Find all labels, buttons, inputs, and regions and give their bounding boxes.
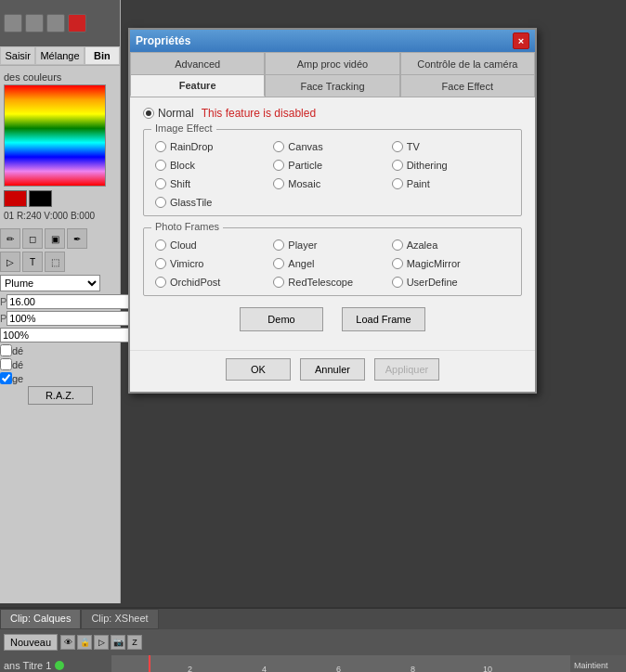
timeline-tab-xsheet[interactable]: Clip: XSheet xyxy=(81,609,158,629)
particle-radio-circle xyxy=(273,160,284,171)
tab-row-2: Feature Face Tracking Face Effect xyxy=(130,74,535,97)
sidebar-tab-bin[interactable]: Bin xyxy=(85,46,120,65)
disabled-feature-text: This feature is disabled xyxy=(202,107,316,120)
radio-dithering[interactable]: Dithering xyxy=(392,160,510,171)
layer-controls: ans Titre 1 xyxy=(0,660,111,671)
radio-shift[interactable]: Shift xyxy=(155,178,273,189)
radio-glasstile[interactable]: GlassTile xyxy=(155,197,273,208)
userdefine-label: UserDefine xyxy=(407,277,458,288)
tool-fill[interactable]: ▣ xyxy=(45,228,65,249)
tab-advanced[interactable]: Advanced xyxy=(130,52,265,74)
tl-icon-camera[interactable]: 📷 xyxy=(111,635,125,650)
sidebar-tab-saisir[interactable]: Saisir xyxy=(0,46,35,65)
dialog-tabs: Advanced Amp proc vidéo Contrôle de la c… xyxy=(130,52,535,97)
layer-active-indicator xyxy=(55,661,64,670)
raz-button[interactable]: R.A.Z. xyxy=(28,386,93,405)
demo-row: Demo Load Frame xyxy=(143,307,522,331)
tl-icon-lock[interactable]: 🔒 xyxy=(77,635,92,650)
radio-canvas[interactable]: Canvas xyxy=(273,141,391,152)
radio-angel[interactable]: Angel xyxy=(273,258,391,269)
dialog-titlebar: Propriétés × xyxy=(130,30,535,52)
tab-amp-proc[interactable]: Amp proc vidéo xyxy=(265,52,399,74)
radio-tv[interactable]: TV xyxy=(392,141,510,152)
tool-row-1: ✏ ◻ ▣ ✒ xyxy=(0,228,120,249)
tool-icon-3[interactable] xyxy=(46,14,65,32)
load-frame-button[interactable]: Load Frame xyxy=(342,307,425,331)
sidebar: Saisir Mélange Bin des couleurs 01 R:240… xyxy=(0,0,121,603)
tool-select[interactable]: ⬚ xyxy=(45,252,65,272)
demo-button[interactable]: Demo xyxy=(240,307,323,331)
radio-particle[interactable]: Particle xyxy=(273,160,391,171)
tl-icon-play[interactable]: ▷ xyxy=(94,635,109,650)
glasstile-radio-circle xyxy=(155,197,166,208)
radio-raindrop[interactable]: RainDrop xyxy=(155,141,273,152)
magicmirror-radio-circle xyxy=(392,258,403,269)
param-input-1[interactable] xyxy=(7,294,140,309)
tool-eraser[interactable]: ◻ xyxy=(22,228,43,249)
tool-pen[interactable]: ✒ xyxy=(67,228,87,249)
tool-icon-red[interactable] xyxy=(68,14,86,32)
radio-player[interactable]: Player xyxy=(273,239,391,251)
orchidpost-radio-circle xyxy=(155,277,166,288)
tool-row-2: ▷ T ⬚ xyxy=(0,252,120,272)
raindrop-radio-circle xyxy=(155,141,166,152)
tl-icon-eye[interactable]: 👁 xyxy=(60,635,75,650)
nouveau-button[interactable]: Nouveau xyxy=(4,634,58,651)
radio-paint[interactable]: Paint xyxy=(392,178,510,189)
option-checkbox-2[interactable] xyxy=(0,358,12,370)
radio-azalea[interactable]: Azalea xyxy=(392,239,510,251)
normal-radio-label[interactable]: Normal xyxy=(143,107,194,120)
mosaic-label: Mosaic xyxy=(288,178,320,189)
ruler-mark-2: 2 xyxy=(188,665,192,672)
timeline-tab-calques[interactable]: Clip: Calques xyxy=(0,609,81,629)
dialog-body: Normal This feature is disabled Image Ef… xyxy=(130,97,535,350)
radio-userdefine[interactable]: UserDefine xyxy=(392,277,510,288)
param-row-2: P ▶ xyxy=(0,311,120,326)
dialog-close-button[interactable]: × xyxy=(513,32,529,49)
option-checkbox-3[interactable] xyxy=(0,372,12,384)
radio-block[interactable]: Block xyxy=(155,160,273,171)
radio-magicmirror[interactable]: MagicMirror xyxy=(392,258,510,269)
vimicro-label: Vimicro xyxy=(170,258,203,269)
tool-text[interactable]: T xyxy=(22,252,43,272)
color-swatch-black[interactable] xyxy=(29,190,52,207)
radio-mosaic[interactable]: Mosaic xyxy=(273,178,391,189)
brush-select[interactable]: Plume xyxy=(0,275,100,291)
angel-radio-circle xyxy=(273,258,284,269)
color-palette[interactable] xyxy=(4,84,106,187)
sidebar-toolbar xyxy=(0,0,120,46)
ok-button[interactable]: OK xyxy=(226,358,291,381)
ruler-mark-8: 8 xyxy=(411,665,415,672)
tab-face-effect[interactable]: Face Effect xyxy=(400,74,535,97)
param-input-3[interactable] xyxy=(0,328,134,342)
tab-controle[interactable]: Contrôle de la caméra xyxy=(400,52,535,74)
timeline-icons: 👁 🔒 ▷ 📷 Z xyxy=(60,635,142,650)
dialog-title: Propriétés xyxy=(136,34,190,47)
radio-vimicro[interactable]: Vimicro xyxy=(155,258,273,269)
color-swatch-red[interactable] xyxy=(4,190,27,207)
apply-button[interactable]: Appliquer xyxy=(374,358,439,381)
tab-feature[interactable]: Feature xyxy=(130,74,265,97)
color-section: des couleurs 01 R:240 V:000 B:000 xyxy=(0,66,120,228)
cancel-button[interactable]: Annuler xyxy=(300,358,365,381)
redtelescope-label: RedTelescope xyxy=(288,277,353,288)
tool-shape[interactable]: ▷ xyxy=(0,252,20,272)
sidebar-tab-melange[interactable]: Mélange xyxy=(35,46,84,65)
tool-brush[interactable]: ✏ xyxy=(0,228,20,249)
dithering-label: Dithering xyxy=(407,160,448,171)
radio-redtelescope[interactable]: RedTelescope xyxy=(273,277,391,288)
tool-icon-2[interactable] xyxy=(25,14,44,32)
azalea-label: Azalea xyxy=(407,239,438,251)
timeline: Clip: Calques Clip: XSheet Nouveau 👁 🔒 ▷… xyxy=(0,607,626,672)
param-input-2[interactable] xyxy=(7,311,140,326)
angel-label: Angel xyxy=(288,258,314,269)
checkbox-row-3: ge xyxy=(0,372,120,384)
tl-icon-z[interactable]: Z xyxy=(127,635,142,650)
image-effect-group: Image Effect RainDrop Canvas TV Block xyxy=(143,129,522,216)
option-checkbox-1[interactable] xyxy=(0,344,12,356)
tool-icon-1[interactable] xyxy=(4,14,22,32)
param-label-2: P xyxy=(0,313,7,324)
radio-orchidpost[interactable]: OrchidPost xyxy=(155,277,273,288)
tab-face-tracking[interactable]: Face Tracking xyxy=(265,74,399,97)
radio-cloud[interactable]: Cloud xyxy=(155,239,273,251)
